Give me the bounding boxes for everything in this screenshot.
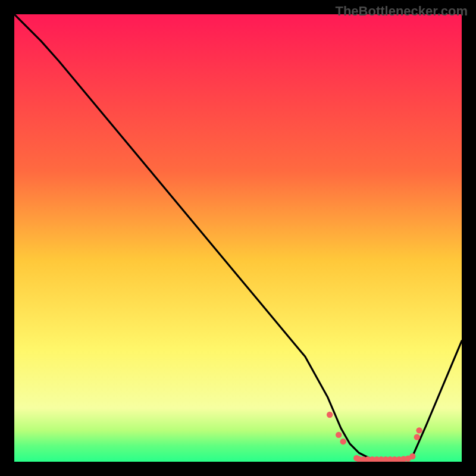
data-dot xyxy=(409,453,415,459)
data-dot xyxy=(336,432,342,438)
data-dot xyxy=(416,427,422,433)
data-dot xyxy=(414,434,420,440)
bottleneck-chart xyxy=(14,14,462,462)
chart-frame: TheBottlenecker.com xyxy=(0,0,476,476)
svg-rect-0 xyxy=(14,14,462,462)
data-dot xyxy=(340,439,346,444)
data-dot xyxy=(327,412,333,418)
plot-area xyxy=(14,14,462,462)
